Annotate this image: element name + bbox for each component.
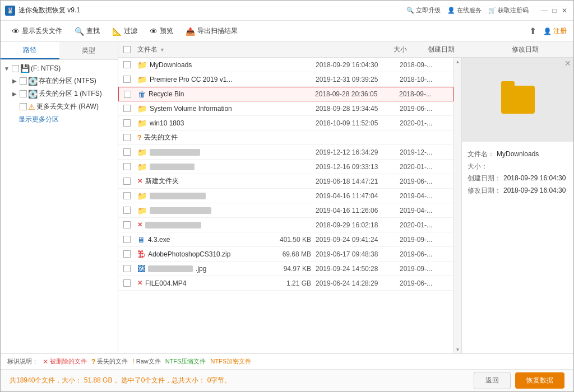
row-check[interactable] (123, 178, 131, 185)
row-check[interactable] (123, 76, 131, 83)
register-code-button[interactable]: 🛒 获取注册码 (488, 6, 529, 15)
lost-legend-label: 丢失的文件 (97, 357, 128, 366)
file-created-cell: 2019-12-31 09:39:25 (313, 76, 397, 83)
upgrade-button[interactable]: 🔍 立即升级 (406, 6, 441, 15)
file-created-cell: 2019-06-24 14:28:29 (313, 279, 397, 287)
folder-icon: 📁 (137, 104, 147, 113)
tree-check-raw[interactable] (20, 103, 27, 110)
tree-label-lost: 丢失的分区 1 (NTFS) (39, 89, 115, 99)
scroll-down-arrow[interactable]: ▼ (454, 346, 462, 353)
row-check[interactable] (123, 192, 131, 199)
tree-check-lost[interactable] (20, 90, 27, 97)
back-button[interactable]: 返回 (474, 372, 511, 389)
row-check[interactable] (123, 119, 131, 127)
scroll-up-arrow[interactable]: ▲ (454, 58, 462, 66)
tree-check-ntfs[interactable] (20, 77, 27, 85)
partition-icon-ntfs: 💽 (28, 77, 38, 86)
table-row[interactable]: 🖼 .jpg 94.97 KB 2019-09-24 14:50:28 2019… (118, 262, 453, 276)
row-check[interactable] (123, 279, 131, 287)
online-service-button[interactable]: 👤 在线服务 (447, 6, 482, 15)
file-name-cell: 📁 win10 1803 (135, 119, 263, 128)
row-check[interactable] (123, 236, 131, 243)
header-check[interactable] (118, 46, 135, 53)
tree-item-drive[interactable]: ▼ 💾 (F: NTFS) (1, 62, 118, 74)
row-check[interactable] (123, 148, 131, 156)
table-row[interactable]: ✕ 2018-09-29 16:02:18 2020-01-... (118, 218, 453, 232)
file-modified-cell: 2020-01-... (397, 119, 453, 127)
file-name-cell: ✕ 新建文件夹 (135, 176, 263, 186)
table-row[interactable]: 🗜 AdobePhotoshopCS310.zip 69.68 MB 2019-… (118, 247, 453, 262)
preview-filename-row: 文件名： MyDownloads (467, 148, 568, 161)
share-button[interactable]: ⬆ (527, 24, 539, 39)
expand-icon: ▼ (3, 64, 11, 72)
table-row[interactable]: 📁 2019-04-16 11:47:04 2019-04-... (118, 189, 453, 203)
file-list-scroll[interactable]: 📁 MyDownloads 2018-09-29 16:04:30 2018-0… (118, 58, 453, 353)
folder-icon: 📁 (137, 119, 147, 128)
scroll-track-area[interactable] (454, 66, 461, 346)
row-check[interactable] (123, 61, 131, 68)
tab-path[interactable]: 路径 (1, 42, 59, 59)
close-button[interactable]: ✕ (560, 6, 569, 15)
preview-created-label: 创建日期： (467, 172, 501, 185)
folder-icon: 📁 (137, 192, 147, 200)
tab-type[interactable]: 类型 (59, 42, 118, 59)
header-filename[interactable]: 文件名 ▼ (135, 45, 375, 54)
table-row-recycle-bin[interactable]: 🗑 Recycle Bin 2018-09-28 20:36:05 2018-0… (118, 87, 453, 101)
preview-button[interactable]: 👁 预览 (145, 24, 178, 38)
table-row[interactable]: 📁 2019-12-16 09:33:13 2020-01-... (118, 160, 453, 174)
file-created-cell: 2019-12-12 16:34:29 (313, 148, 397, 156)
blurred-name (150, 193, 206, 199)
table-row[interactable]: 📁 MyDownloads 2018-09-29 16:04:30 2018-0… (118, 58, 453, 72)
preview-image-area (462, 58, 573, 142)
main-area: 路径 类型 ▼ 💾 (F: NTFS) ▶ 💽 存在的分区 (NTFS) (1, 42, 573, 353)
ntfs-encrypted-label: NTFS加密文件 (210, 357, 251, 366)
tree-item-raw[interactable]: ⚠ 更多丢失文件 (RAW) (8, 100, 118, 113)
row-check[interactable] (124, 91, 131, 98)
preview-close-button[interactable]: ✕ (564, 59, 571, 68)
table-row[interactable]: 🖥 4.3.exe 401.50 KB 2019-09-24 09:41:24 … (118, 232, 453, 247)
row-check[interactable] (123, 250, 131, 258)
scrollbar[interactable]: ▲ ▼ (453, 58, 461, 353)
expand-icon-raw (11, 103, 18, 111)
show-more-link[interactable]: 显示更多分区 (1, 113, 118, 126)
table-row[interactable]: ✕ 新建文件夹 2019-06-18 14:47:21 2019-06-... (118, 174, 453, 189)
table-row[interactable]: 📁 Premiere Pro CC 2019 v1... 2019-12-31 … (118, 72, 453, 87)
register-button[interactable]: 👤 注册 (543, 26, 567, 36)
search-button[interactable]: 🔍 查找 (70, 24, 104, 38)
row-check[interactable] (123, 134, 131, 141)
file-created-cell: 2019-04-16 11:26:06 (313, 207, 397, 214)
row-check[interactable] (123, 221, 131, 228)
file-created-cell: 2019-09-24 09:41:24 (313, 236, 397, 244)
maximize-button[interactable]: □ (550, 6, 559, 15)
recover-button[interactable]: 恢复数据 (515, 372, 564, 389)
header-modified[interactable]: 修改日期 (510, 45, 566, 54)
table-row[interactable]: ✕ FILE004.MP4 1.21 GB 2019-06-24 14:28:2… (118, 276, 453, 291)
legend-raw: ! Raw文件 (132, 357, 160, 366)
user-icon: 👤 (543, 27, 552, 35)
table-row[interactable]: 📁 2019-12-12 16:34:29 2019-12-... (118, 145, 453, 160)
file-name-text: 新建文件夹 (145, 176, 179, 186)
show-lost-files-button[interactable]: 👁 显示丢失文件 (7, 24, 67, 38)
select-all-check[interactable] (123, 46, 131, 53)
table-row[interactable]: 📁 win10 1803 2018-10-09 11:52:05 2020-01… (118, 116, 453, 130)
toolbar-right: ⬆ 👤 注册 (527, 24, 567, 39)
export-scan-button[interactable]: 📤 导出扫描结果 (181, 24, 242, 38)
file-name-text: win10 1803 (150, 119, 184, 127)
tree-item-ntfs[interactable]: ▶ 💽 存在的分区 (NTFS) (8, 74, 118, 87)
warning-icon: ⚠ (28, 102, 35, 111)
header-size[interactable]: 大小 (375, 45, 425, 54)
table-row[interactable]: ? 丢失的文件 (118, 130, 453, 145)
tree-item-lost[interactable]: ▶ 💽 丢失的分区 1 (NTFS) (8, 87, 118, 100)
table-row[interactable]: 📁 System Volume Information 2018-09-28 1… (118, 101, 453, 116)
minimize-button[interactable]: — (540, 6, 549, 15)
main-window: 🐰 迷你兔数据恢复 v9.1 🔍 立即升级 👤 在线服务 🛒 获取注册码 — □… (0, 0, 574, 392)
row-check[interactable] (123, 163, 131, 170)
row-check[interactable] (123, 265, 131, 272)
filter-button[interactable]: 📐 过滤 (108, 24, 142, 38)
row-check[interactable] (123, 207, 131, 214)
table-row[interactable]: 📁 2019-04-16 11:26:06 2019-04-... (118, 203, 453, 218)
header-created[interactable]: 创建日期 (425, 45, 510, 54)
row-check[interactable] (123, 105, 131, 112)
tree-check-drive[interactable] (12, 65, 19, 72)
file-name-cell: 📁 (135, 148, 263, 157)
